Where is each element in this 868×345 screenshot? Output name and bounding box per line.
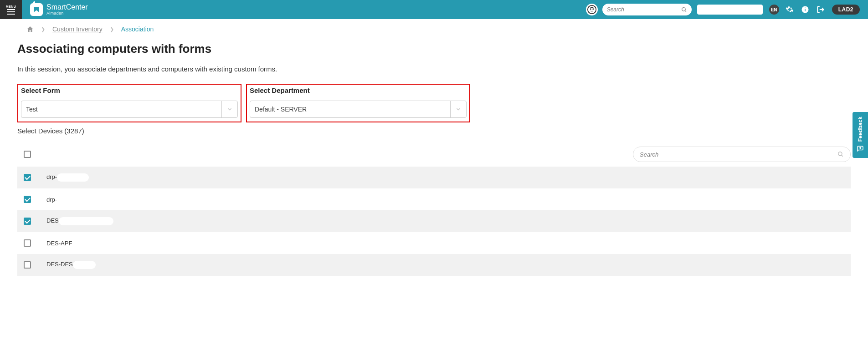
global-search[interactable] (602, 4, 692, 15)
table-row: DES-APF (17, 232, 851, 254)
device-name: DES-DES (46, 261, 96, 269)
svg-point-1 (588, 6, 596, 14)
device-name: DES-APF (46, 240, 72, 247)
breadcrumb-custom-inventory[interactable]: Custom Inventory (52, 25, 103, 33)
row-checkbox[interactable] (24, 239, 31, 247)
breadcrumb-association: Association (121, 25, 154, 33)
feedback-label: Feedback (857, 117, 863, 142)
gear-icon[interactable] (786, 5, 794, 14)
brand-logo[interactable]: SmartCenter Almaden (30, 3, 88, 16)
table-search[interactable] (633, 147, 851, 162)
table-search-input[interactable] (640, 151, 837, 158)
home-icon[interactable] (26, 25, 34, 33)
select-form-value: Test (26, 106, 38, 113)
hamburger-icon (7, 9, 15, 15)
environment-badge: LAD2 (832, 5, 860, 15)
menu-button[interactable]: MENU (0, 0, 22, 19)
brand-subtitle: Almaden (46, 11, 88, 15)
brand-icon (30, 3, 43, 16)
global-search-input[interactable] (607, 6, 681, 13)
feedback-icon (856, 145, 864, 153)
svg-rect-7 (805, 9, 806, 11)
info-icon[interactable] (801, 5, 809, 14)
breadcrumb: ❯ Custom Inventory ❯ Association (0, 19, 868, 38)
main-content: Associating computers with forms In this… (0, 38, 868, 285)
row-checkbox[interactable] (24, 174, 31, 181)
table-row: DES-DES (17, 254, 851, 276)
table-row: drp- (17, 167, 851, 188)
svg-point-2 (590, 9, 591, 10)
device-name: drp- (46, 196, 57, 203)
devices-count-label: Select Devices (3287) (17, 127, 851, 135)
search-icon (837, 151, 844, 157)
select-department-dropdown[interactable]: Default - SERVER (250, 101, 467, 118)
svg-line-5 (685, 10, 686, 12)
svg-point-10 (838, 152, 842, 156)
svg-rect-8 (805, 8, 806, 9)
svg-line-11 (842, 155, 843, 157)
row-checkbox[interactable] (24, 196, 31, 203)
row-checkbox[interactable] (24, 261, 31, 269)
table-row: drp- (17, 188, 851, 210)
page-title: Associating computers with forms (17, 42, 851, 56)
brand-title: SmartCenter (46, 4, 88, 11)
devices-table: drp-drp-DESDES-APFDES-DES (17, 144, 851, 276)
menu-label: MENU (6, 5, 16, 8)
table-row: DES (17, 210, 851, 232)
chevron-right-icon: ❯ (41, 26, 45, 32)
language-badge[interactable]: EN (769, 5, 779, 15)
user-avatar[interactable] (586, 4, 598, 15)
device-name: drp- (46, 173, 89, 182)
select-all-checkbox[interactable] (24, 151, 31, 158)
select-department-group: Select Department Default - SERVER (246, 84, 470, 122)
top-header: MENU SmartCenter Almaden EN LAD2 (0, 0, 868, 19)
row-checkbox[interactable] (24, 218, 31, 225)
chevron-right-icon: ❯ (110, 26, 114, 32)
chevron-down-icon (450, 101, 462, 117)
select-form-label: Select Form (21, 86, 238, 94)
select-form-dropdown[interactable]: Test (21, 101, 238, 118)
select-department-label: Select Department (250, 86, 467, 94)
select-department-value: Default - SERVER (255, 106, 307, 113)
secondary-input[interactable] (697, 5, 763, 15)
chevron-down-icon (221, 101, 233, 117)
page-description: In this session, you associate departmen… (17, 65, 851, 73)
svg-point-3 (592, 9, 594, 10)
search-icon (681, 7, 687, 13)
svg-point-4 (682, 7, 685, 11)
logout-icon[interactable] (817, 5, 825, 14)
device-name: DES (46, 217, 113, 225)
select-form-group: Select Form Test (17, 84, 241, 122)
feedback-tab[interactable]: Feedback (853, 112, 868, 158)
